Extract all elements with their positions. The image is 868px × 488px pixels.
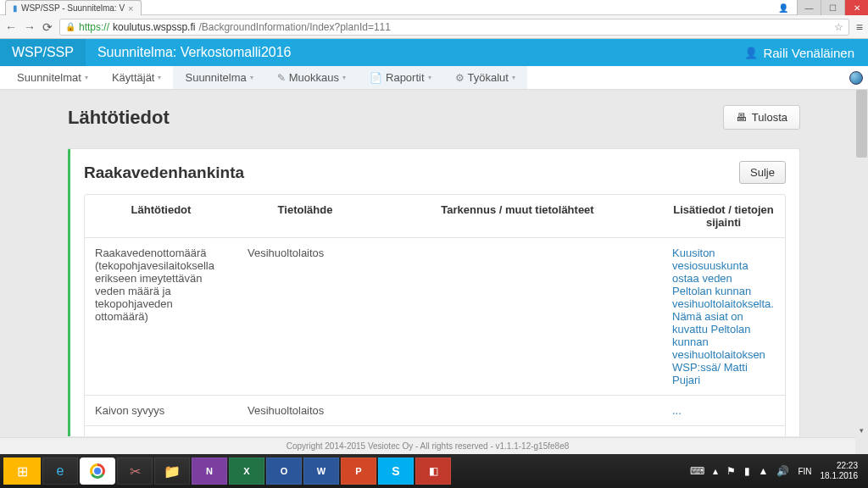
cell-tarkennus [373, 238, 662, 395]
taskbar-ie[interactable]: e [42, 458, 78, 485]
taskbar-snip[interactable]: ✂ [117, 458, 153, 485]
taskbar-excel[interactable]: X [229, 458, 264, 485]
chevron-down-icon: ▾ [158, 74, 161, 81]
table-header-row: Lähtötiedot Tietolähde Tarkennus / muut … [85, 195, 785, 237]
print-button[interactable]: 🖶 Tulosta [723, 105, 800, 130]
app-header: WSP/SSP Suunnitelma: Verkostomalli2016 👤… [0, 39, 868, 66]
browser-toolbar: ← → ⟳ 🔒 https://koulutus.wspssp.fi/Backg… [0, 15, 868, 39]
col-lahtotiedot: Lähtötiedot [85, 195, 237, 237]
cell-lisatiedot-link[interactable]: ... [662, 426, 785, 436]
close-icon[interactable]: × [128, 3, 133, 14]
nav-raportit[interactable]: 📄 Raportit ▾ [358, 66, 443, 89]
url-protocol: https:// [79, 21, 109, 33]
volume-icon[interactable]: 🔊 [776, 465, 789, 477]
content-viewport: Lähtötiedot 🖶 Tulosta Raakavedenhankinta… [0, 90, 868, 436]
table-row: Kaivotyyppi Vesihuoltolaitos ... [85, 425, 785, 436]
taskbar-app[interactable]: ◧ [415, 458, 451, 485]
cell-lahtotiedot: Raakavedenottomäärä (tekopohjavesilaitok… [85, 238, 237, 395]
chevron-down-icon: ▾ [85, 74, 88, 81]
battery-icon[interactable]: ▮ [744, 465, 750, 477]
col-lisatiedot: Lisätiedot / tietojen sijainti [662, 195, 785, 237]
table-row: Kaivon syvyys Vesihuoltolaitos ... [85, 395, 785, 425]
panel-close-button[interactable]: Sulje [739, 161, 786, 184]
nav-tyokalut[interactable]: ⚙ Työkalut ▾ [443, 66, 527, 89]
print-icon: 🖶 [736, 111, 747, 124]
browser-tab-strip: ▮ WSP/SSP - Suunnitelma: V × [5, 0, 142, 15]
cell-tietolahde: Vesihuoltolaitos [237, 426, 373, 436]
tray-clock[interactable]: 22:23 18.1.2016 [821, 461, 859, 481]
nav-label: Suunnitelma [185, 71, 246, 84]
data-table: Lähtötiedot Tietolähde Tarkennus / muut … [84, 194, 786, 436]
tab-title: WSP/SSP - Suunnitelma: V [21, 3, 125, 13]
keyboard-icon[interactable]: ⌨ [690, 465, 704, 477]
nav-suunnitelma[interactable]: Suunnitelma ▾ [173, 66, 264, 89]
document-icon: 📄 [370, 72, 382, 84]
start-button[interactable]: ⊞ [3, 458, 41, 485]
browser-menu-icon[interactable]: ≡ [856, 20, 863, 34]
lock-icon: 🔒 [65, 22, 75, 31]
tray-date: 18.1.2016 [821, 471, 859, 481]
gear-icon: ⚙ [455, 72, 465, 84]
tray-time: 22:23 [821, 461, 859, 471]
minimize-button[interactable]: — [797, 0, 821, 15]
content: Lähtötiedot 🖶 Tulosta Raakavedenhankinta… [0, 90, 868, 436]
cell-lahtotiedot: Kaivon syvyys [85, 396, 237, 425]
address-bar[interactable]: 🔒 https://koulutus.wspssp.fi/BackgroundI… [59, 19, 849, 36]
nav-label: Raportit [386, 71, 425, 84]
taskbar-chrome[interactable] [80, 458, 115, 485]
taskbar-skype[interactable]: S [378, 458, 414, 485]
cell-tietolahde: Vesihuoltolaitos [237, 238, 373, 395]
taskbar-powerpoint[interactable]: P [341, 458, 376, 485]
panel-head: Raakavedenhankinta Sulje [84, 158, 786, 194]
main-nav: Suunnitelmat ▾ Käyttäjät ▾ Suunnitelma ▾… [0, 66, 868, 90]
cell-lahtotiedot: Kaivotyyppi [85, 426, 237, 436]
table-row: Raakavedenottomäärä (tekopohjavesilaitok… [85, 237, 785, 395]
url-domain: koulutus.wspssp.fi [113, 21, 195, 33]
scrollbar-thumb[interactable] [856, 90, 867, 158]
flag-icon[interactable]: ⚑ [726, 465, 736, 477]
cell-tietolahde: Vesihuoltolaitos [237, 396, 373, 425]
plan-title: Suunnitelma: Verkostomalli2016 [86, 45, 732, 60]
forward-icon[interactable]: → [24, 20, 36, 34]
taskbar-word[interactable]: W [303, 458, 339, 485]
tray-up-icon[interactable]: ▴ [713, 465, 718, 477]
chevron-down-icon: ▾ [512, 74, 515, 81]
user-icon: 👤 [744, 47, 758, 59]
col-tarkennus: Tarkennus / muut tietolähteet [373, 195, 662, 237]
browser-tab[interactable]: ▮ WSP/SSP - Suunnitelma: V × [5, 0, 142, 15]
nav-suunnitelmat[interactable]: Suunnitelmat ▾ [5, 66, 100, 89]
scroll-down-icon[interactable]: ▾ [856, 424, 867, 435]
footer: Copyright 2014-2015 Vesiotec Oy - All ri… [0, 437, 855, 454]
user-menu[interactable]: 👤 Raili Venäläinen [731, 46, 868, 60]
nav-muokkaus[interactable]: ✎ Muokkaus ▾ [265, 66, 358, 89]
page-title: Lähtötiedot [68, 107, 170, 129]
panel-title: Raakavedenhankinta [84, 164, 244, 182]
globe-icon[interactable] [849, 71, 863, 85]
cell-lisatiedot-link[interactable]: Kuusiton vesiosuuskunta ostaa veden Pelt… [662, 238, 785, 395]
taskbar-explorer[interactable]: 📁 [154, 458, 190, 485]
nav-kayttajat[interactable]: Käyttäjät ▾ [100, 66, 174, 89]
reload-icon[interactable]: ⟳ [42, 20, 53, 34]
nav-label: Muokkaus [289, 71, 339, 84]
edit-icon: ✎ [277, 72, 286, 84]
bookmark-icon[interactable]: ☆ [834, 21, 843, 33]
chevron-down-icon: ▾ [250, 74, 253, 81]
taskbar-onenote[interactable]: N [192, 458, 227, 485]
window-controls: — ☐ ✕ [797, 0, 868, 15]
close-button[interactable]: ✕ [844, 0, 868, 15]
tray-lang[interactable]: FIN [798, 467, 811, 476]
app-brand[interactable]: WSP/SSP [0, 39, 86, 66]
user-name: Raili Venäläinen [763, 46, 854, 60]
window-title-bar: ▮ WSP/SSP - Suunnitelma: V × 👤 — ☐ ✕ [0, 0, 868, 15]
cell-lisatiedot-link[interactable]: ... [662, 396, 785, 425]
taskbar: ⊞ e ✂ 📁 N X O W P S ◧ ⌨ ▴ ⚑ ▮ ▲ 🔊 FIN 22… [0, 454, 868, 488]
network-icon[interactable]: ▲ [759, 465, 769, 477]
chrome-profile-icon[interactable]: 👤 [775, 0, 792, 15]
back-icon[interactable]: ← [5, 20, 17, 34]
maximize-button[interactable]: ☐ [821, 0, 844, 15]
nav-label: Käyttäjät [112, 71, 155, 84]
taskbar-outlook[interactable]: O [266, 458, 302, 485]
chevron-down-icon: ▾ [342, 74, 346, 81]
print-label: Tulosta [752, 111, 787, 124]
panel-raakavedenhankinta: Raakavedenhankinta Sulje Lähtötiedot Tie… [68, 148, 800, 436]
